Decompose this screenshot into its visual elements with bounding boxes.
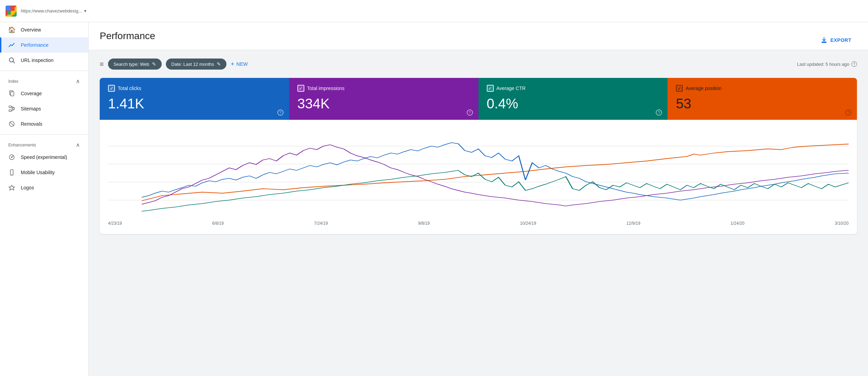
impressions-help-icon[interactable]: ? xyxy=(467,109,473,116)
position-help-icon[interactable]: ? xyxy=(845,109,851,116)
speed-icon xyxy=(8,154,15,161)
sidebar-label-overview: Overview xyxy=(21,27,41,33)
chart-wrapper xyxy=(108,128,849,218)
coverage-icon xyxy=(8,90,15,97)
svg-rect-3 xyxy=(11,11,15,15)
x-label-5: 12/9/19 xyxy=(626,221,640,226)
enhancements-section-label: Enhancements xyxy=(8,143,36,147)
sidebar-label-speed: Speed (experimental) xyxy=(21,154,67,160)
enhancements-chevron-icon: ∧ xyxy=(76,142,80,148)
x-label-1: 6/8/19 xyxy=(212,221,224,226)
sidebar-label-sitemaps: Sitemaps xyxy=(21,106,41,111)
sidebar-item-removals[interactable]: Removals xyxy=(0,116,88,132)
ctr-checkbox: ✓ xyxy=(487,85,494,92)
x-label-3: 9/8/19 xyxy=(418,221,430,226)
index-section-label: Index xyxy=(8,79,18,84)
index-chevron-icon: ∧ xyxy=(76,78,80,84)
metric-card-impressions[interactable]: ✓ Total impressions 334K ? xyxy=(289,78,478,120)
sidebar-label-removals: Removals xyxy=(21,121,42,127)
sidebar-label-mobile-usability: Mobile Usability xyxy=(21,170,55,175)
removals-icon xyxy=(8,120,15,127)
position-value: 53 xyxy=(676,96,849,111)
x-label-7: 3/10/20 xyxy=(835,221,849,226)
page-title: Performance xyxy=(100,30,155,50)
main-layout: 🏠 Overview Performance URL inspection I xyxy=(0,22,868,376)
metric-card-position-header: ✓ Average position xyxy=(676,85,849,92)
svg-point-21 xyxy=(11,174,12,175)
ctr-value: 0.4% xyxy=(487,96,660,111)
sidebar-divider-1 xyxy=(0,71,88,71)
sidebar-label-url-inspection: URL inspection xyxy=(21,57,53,63)
main-content: Performance EXPORT ≡ Search type: Web ✎ … xyxy=(89,22,868,376)
svg-rect-0 xyxy=(8,8,11,11)
ctr-help-icon[interactable]: ? xyxy=(656,109,662,116)
ctr-label: Average CTR xyxy=(496,86,526,91)
performance-icon xyxy=(8,42,15,48)
position-label: Average position xyxy=(686,86,722,91)
clicks-help-icon[interactable]: ? xyxy=(277,109,284,116)
new-label: NEW xyxy=(236,61,248,67)
metric-card-position[interactable]: ✓ Average position 53 ? xyxy=(668,78,857,120)
content-area: ≡ Search type: Web ✎ Date: Last 12 month… xyxy=(89,50,868,242)
sidebar-item-coverage[interactable]: Coverage xyxy=(0,86,88,101)
performance-chart xyxy=(108,128,849,218)
export-button[interactable]: EXPORT xyxy=(815,34,857,46)
search-type-filter[interactable]: Search type: Web ✎ xyxy=(108,59,162,70)
mobile-icon xyxy=(8,169,15,176)
app-logo xyxy=(6,6,17,17)
sidebar-section-index[interactable]: Index ∧ xyxy=(0,74,88,86)
clicks-checkbox: ✓ xyxy=(108,85,115,92)
search-type-edit-icon: ✎ xyxy=(152,61,156,67)
sidebar-label-coverage: Coverage xyxy=(21,91,42,96)
help-icon[interactable]: ? xyxy=(851,61,857,67)
metric-card-ctr-header: ✓ Average CTR xyxy=(487,85,660,92)
export-label: EXPORT xyxy=(830,37,851,43)
export-icon xyxy=(821,37,827,44)
metrics-chart-wrapper: ✓ Total clicks 1.41K ? ✓ Total impressio… xyxy=(100,78,857,234)
last-updated-text: Last updated: 5 hours ago xyxy=(797,62,849,67)
sidebar-item-logos[interactable]: Logos xyxy=(0,180,88,195)
svg-marker-22 xyxy=(9,185,15,190)
sidebar-item-speed[interactable]: Speed (experimental) xyxy=(0,150,88,165)
clicks-label: Total clicks xyxy=(118,86,141,91)
impressions-checkbox: ✓ xyxy=(297,85,304,92)
metric-cards: ✓ Total clicks 1.41K ? ✓ Total impressio… xyxy=(100,78,857,120)
svg-rect-1 xyxy=(11,8,15,11)
svg-line-5 xyxy=(13,62,15,63)
filter-icon[interactable]: ≡ xyxy=(100,60,104,68)
metric-card-clicks-header: ✓ Total clicks xyxy=(108,85,281,92)
position-checkbox: ✓ xyxy=(676,85,683,92)
last-updated: Last updated: 5 hours ago ? xyxy=(797,61,857,67)
new-filter-button[interactable]: + NEW xyxy=(231,61,248,68)
sidebar-section-enhancements[interactable]: Enhancements ∧ xyxy=(0,137,88,150)
top-bar: https://www.chavezwebdesig... ▾ xyxy=(0,0,868,22)
filter-bar: ≡ Search type: Web ✎ Date: Last 12 month… xyxy=(100,59,857,70)
svg-rect-9 xyxy=(9,110,11,111)
sidebar-item-url-inspection[interactable]: URL inspection xyxy=(0,53,88,68)
metric-card-clicks[interactable]: ✓ Total clicks 1.41K ? xyxy=(100,78,289,120)
sitemaps-icon xyxy=(8,105,15,112)
svg-line-19 xyxy=(12,156,13,157)
sidebar: 🏠 Overview Performance URL inspection I xyxy=(0,22,89,376)
date-label: Date: Last 12 months xyxy=(171,62,214,67)
svg-rect-2 xyxy=(8,11,11,15)
search-type-label: Search type: Web xyxy=(114,62,149,67)
page-header: Performance EXPORT xyxy=(89,22,868,50)
svg-rect-7 xyxy=(11,92,14,96)
metric-card-ctr[interactable]: ✓ Average CTR 0.4% ? xyxy=(478,78,668,120)
date-filter[interactable]: Date: Last 12 months ✎ xyxy=(166,59,227,70)
metric-card-impressions-header: ✓ Total impressions xyxy=(297,85,470,92)
url-dropdown-icon: ▾ xyxy=(84,8,87,14)
impressions-value: 334K xyxy=(297,96,470,111)
x-label-0: 4/23/19 xyxy=(108,221,122,226)
sidebar-label-logos: Logos xyxy=(21,185,34,190)
sidebar-item-mobile-usability[interactable]: Mobile Usability xyxy=(0,165,88,180)
x-label-6: 1/24/20 xyxy=(731,221,744,226)
impressions-label: Total impressions xyxy=(307,86,344,91)
x-label-2: 7/24/19 xyxy=(314,221,328,226)
date-edit-icon: ✎ xyxy=(217,61,221,67)
sidebar-item-performance[interactable]: Performance xyxy=(0,37,88,53)
sidebar-item-sitemaps[interactable]: Sitemaps xyxy=(0,101,88,116)
url-selector[interactable]: https://www.chavezwebdesig... ▾ xyxy=(21,8,87,14)
sidebar-item-overview[interactable]: 🏠 Overview xyxy=(0,22,88,37)
